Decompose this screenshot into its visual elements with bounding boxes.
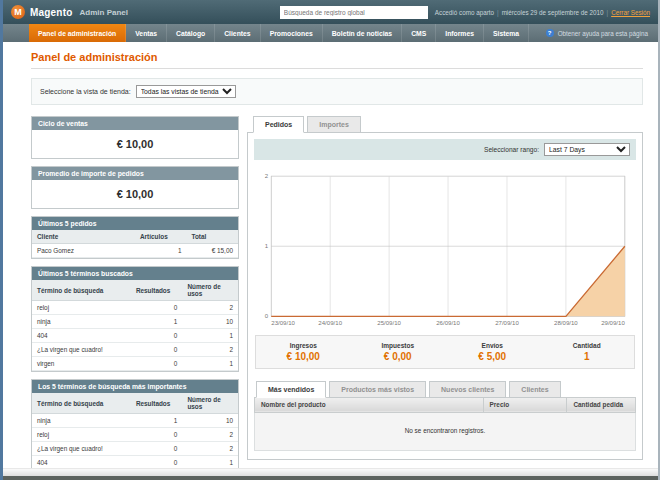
- svg-text:26/09/10: 26/09/10: [436, 319, 460, 326]
- table-row[interactable]: ¿La virgen que cuadro! 0 2: [32, 442, 238, 456]
- help-icon: ?: [546, 29, 554, 37]
- admin-header: M Magento Admin Panel Accedió como apart…: [3, 0, 658, 24]
- browser-window: M Magento Admin Panel Accedió como apart…: [0, 0, 660, 480]
- tab-pedidos[interactable]: Pedidos: [253, 116, 304, 133]
- table-row[interactable]: ¿La virgen que cuadro! 0 2: [32, 343, 238, 357]
- nav-item-catalogo[interactable]: Catálogo: [167, 24, 215, 42]
- dashboard-left-column: Ciclo de ventas € 10,00 Promedio de impo…: [31, 116, 239, 468]
- col-termino: Término de búsqueda: [32, 393, 131, 414]
- orders-area-chart: 23/09/1024/09/1025/09/1026/09/1027/09/10…: [255, 168, 635, 331]
- svg-text:25/09/10: 25/09/10: [377, 319, 401, 326]
- table-row[interactable]: reloj 0 2: [32, 301, 238, 315]
- svg-text:2: 2: [265, 172, 269, 179]
- last-search-terms-box: Últimos 5 términos buscados Término de b…: [31, 266, 239, 372]
- header-date: miércoles 29 de septiembre de 2010: [502, 9, 604, 16]
- products-tabbar: Más vendidos Productos más vistos Nuevos…: [254, 381, 636, 398]
- dashboard-content: Panel de administración Seleccione la vi…: [3, 42, 658, 468]
- svg-text:23/09/10: 23/09/10: [271, 319, 295, 326]
- global-search-input[interactable]: [280, 6, 428, 19]
- tab-mas-vendidos[interactable]: Más vendidos: [256, 381, 326, 398]
- nav-item-clientes[interactable]: Clientes: [215, 24, 260, 42]
- col-termino: Término de búsqueda: [32, 280, 131, 301]
- magento-logo-icon: M: [11, 5, 25, 19]
- table-row[interactable]: Paco Gomez 1 € 15,00: [32, 244, 238, 258]
- window-bottom-gradient: [3, 468, 658, 476]
- logged-in-as: Accedió como aparto: [435, 9, 494, 16]
- table-row[interactable]: reloj 0 2: [32, 428, 238, 442]
- page-title: Panel de administración: [31, 51, 643, 69]
- totals-bar: Ingresos € 10,00 Impuestos € 0,00 Envíos…: [255, 335, 635, 369]
- col-resultados: Resultados: [131, 280, 183, 301]
- svg-text:1: 1: [265, 242, 269, 249]
- total-impuestos: Impuestos € 0,00: [351, 342, 446, 362]
- lifetime-sales-title: Ciclo de ventas: [32, 117, 238, 130]
- average-orders-box: Promedio de importe de pedidos € 10,00: [31, 166, 239, 209]
- dashboard-panel: Seleccionar rango: Last 7 Days 23/09/102…: [247, 132, 643, 460]
- col-articulos: Artículos: [135, 230, 187, 244]
- nav-item-cms[interactable]: CMS: [402, 24, 436, 42]
- lifetime-sales-box: Ciclo de ventas € 10,00: [31, 116, 239, 159]
- table-row[interactable]: 404 0 1: [32, 456, 238, 469]
- nav-item-sistema[interactable]: Sistema: [484, 24, 529, 42]
- col-nombre-producto: Nombre del producto: [255, 397, 484, 412]
- nav-item-boletin[interactable]: Boletín de noticias: [323, 24, 402, 42]
- col-precio: Precio: [483, 397, 567, 412]
- col-resultados: Resultados: [131, 393, 183, 414]
- range-select[interactable]: Last 7 Days: [544, 143, 630, 156]
- orders-chart: 23/09/1024/09/1025/09/1026/09/1027/09/10…: [255, 168, 635, 331]
- lifetime-sales-value: € 10,00: [32, 130, 238, 158]
- total-envios: Envíos € 5,00: [445, 342, 540, 362]
- store-view-switcher: Seleccione la vista de tienda: Todas las…: [31, 78, 643, 105]
- col-usos: Número de usos: [182, 393, 238, 414]
- table-row[interactable]: 404 0 1: [32, 329, 238, 343]
- svg-text:28/09/10: 28/09/10: [554, 319, 578, 326]
- main-nav: Panel de administración Ventas Catálogo …: [3, 24, 658, 42]
- average-orders-title: Promedio de importe de pedidos: [32, 167, 238, 180]
- nav-item-promociones[interactable]: Promociones: [261, 24, 323, 42]
- empty-grid-message: No se encontraron registros.: [255, 412, 636, 450]
- products-grid: Nombre del producto Precio Cantidad pedi…: [254, 397, 636, 451]
- range-label: Seleccionar rango:: [484, 146, 539, 153]
- col-cantidad-pedida: Cantidad pedida: [567, 397, 636, 412]
- col-usos: Número de usos: [182, 280, 238, 301]
- top-search-terms-box: Los 5 términos de búsqueda más important…: [31, 379, 239, 468]
- tab-productos-mas-vistos[interactable]: Productos más vistos: [329, 381, 426, 398]
- get-help-link[interactable]: ? Obtener ayuda para esta página: [546, 24, 658, 42]
- col-cliente: Cliente: [32, 230, 135, 244]
- logo-name: Magento: [30, 7, 73, 18]
- last-search-terms-title: Últimos 5 términos buscados: [32, 267, 238, 280]
- tab-clientes[interactable]: Clientes: [509, 381, 560, 398]
- svg-text:27/09/10: 27/09/10: [495, 319, 519, 326]
- store-view-select[interactable]: Todas las vistas de tienda: [136, 85, 236, 98]
- svg-text:0: 0: [265, 312, 269, 319]
- nav-item-panel-administracion[interactable]: Panel de administración: [29, 24, 126, 42]
- svg-text:29/09/10: 29/09/10: [601, 319, 625, 326]
- total-ingresos: Ingresos € 10,00: [256, 342, 351, 362]
- nav-item-informes[interactable]: Informes: [436, 24, 484, 42]
- magento-logo: M Magento Admin Panel: [11, 5, 128, 19]
- chart-tabbar: Pedidos Importes: [247, 116, 643, 133]
- nav-item-ventas[interactable]: Ventas: [126, 24, 167, 42]
- table-row[interactable]: virgen 0 1: [32, 357, 238, 371]
- last-orders-title: Últimos 5 pedidos: [32, 217, 238, 230]
- table-row[interactable]: ninja 1 10: [32, 414, 238, 428]
- top-search-terms-title: Los 5 términos de búsqueda más important…: [32, 380, 238, 393]
- window-bottom-edge: [3, 476, 658, 480]
- last-orders-box: Últimos 5 pedidos Cliente Artículos Tota…: [31, 216, 239, 259]
- svg-text:24/09/10: 24/09/10: [318, 319, 342, 326]
- col-total: Total: [187, 230, 239, 244]
- dashboard-right-column: Pedidos Importes Seleccionar rango: Last…: [247, 116, 643, 468]
- logout-link[interactable]: Cerrar Sesión: [611, 9, 650, 16]
- tab-importes[interactable]: Importes: [307, 116, 361, 133]
- store-view-label: Seleccione la vista de tienda:: [40, 88, 131, 95]
- total-cantidad: Cantidad 1: [540, 342, 635, 362]
- tab-nuevos-clientes[interactable]: Nuevos clientes: [429, 381, 506, 398]
- range-bar: Seleccionar rango: Last 7 Days: [254, 139, 636, 160]
- logo-suffix: Admin Panel: [80, 8, 128, 17]
- table-row[interactable]: ninja 1 10: [32, 315, 238, 329]
- average-orders-value: € 10,00: [32, 180, 238, 208]
